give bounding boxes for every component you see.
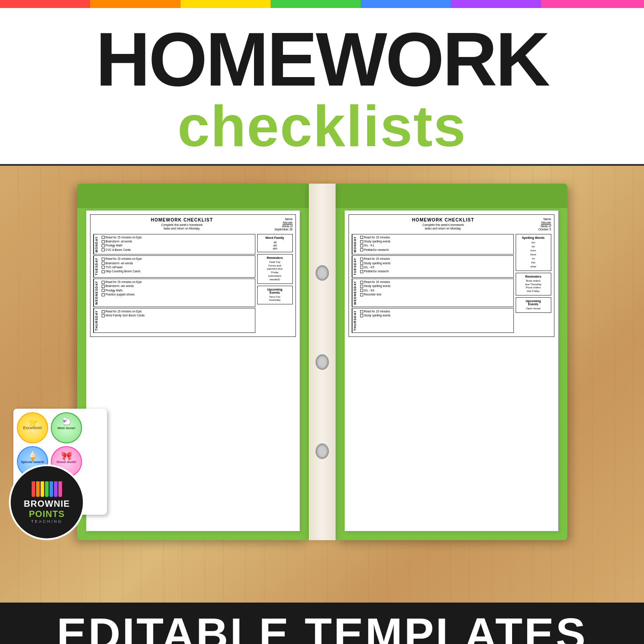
crayon-purple bbox=[54, 481, 57, 497]
checkbox bbox=[102, 293, 105, 296]
left-paper-inner: HOMEWORK CHECKLIST Complete this week's … bbox=[90, 214, 296, 337]
crayon-red bbox=[32, 481, 35, 497]
right-monday-tasks: Read for 15 minutes Study spelling words… bbox=[358, 234, 513, 254]
task-item: Read for 15 minutes on Epic bbox=[102, 236, 253, 239]
crayon-green bbox=[45, 481, 49, 497]
left-upcoming-text: Terry FoxAssembly bbox=[259, 295, 291, 303]
checkbox bbox=[360, 314, 363, 317]
right-tuesday-tasks: Read for 15 minutes Study spelling words… bbox=[358, 256, 513, 277]
checkbox bbox=[360, 262, 363, 265]
sticker-welldone: Well done! 🐑 bbox=[51, 412, 82, 443]
checkbox bbox=[360, 310, 363, 313]
checkbox bbox=[360, 240, 363, 243]
checkbox bbox=[102, 281, 105, 284]
left-thursday-tasks: Read for 15 minutes on Epic Word Family … bbox=[100, 308, 255, 332]
task-item: Study spelling words bbox=[360, 314, 512, 317]
right-monday-label: MONDAY bbox=[352, 234, 358, 254]
left-wednesday-tasks: Read for 15 minutes on Epic Brainstorm -… bbox=[100, 279, 255, 307]
task-item: Prodigy Math bbox=[102, 289, 253, 292]
task-item: Read for 15 minutes on Epic bbox=[102, 257, 253, 261]
checkbox bbox=[360, 258, 363, 261]
left-monday-tasks: Read for 15 minutes on Epic Brainstorm -… bbox=[100, 234, 255, 254]
task-item: Read for 15 minutes bbox=[360, 236, 512, 239]
right-reminders-title: Reminders bbox=[518, 275, 549, 278]
right-wednesday-tasks: Read for 15 minutes Study spelling words… bbox=[358, 279, 513, 307]
left-reminders-box: Reminders Field TripForms andpayment due… bbox=[257, 254, 293, 284]
ring-middle bbox=[316, 354, 329, 370]
checkbox bbox=[102, 289, 105, 292]
left-monday-label: MONDAY bbox=[94, 234, 100, 254]
task-item: Word Family Sort Boom Cards bbox=[102, 314, 253, 317]
header-checklists: checklists bbox=[9, 97, 635, 155]
left-tuesday-row: TUESDAY Read for 15 minutes on Epic Brai… bbox=[93, 255, 255, 278]
checkbox bbox=[102, 266, 105, 269]
checkbox bbox=[102, 310, 105, 313]
folder-spine bbox=[309, 184, 336, 540]
bottom-bar: EDITABLE TEMPLATES bbox=[0, 603, 644, 644]
logo-brownie: BROWNIE bbox=[24, 499, 70, 509]
task-item: Study spelling words bbox=[360, 240, 512, 243]
checkbox bbox=[360, 285, 363, 288]
folder-left: HOMEWORK CHECKLIST Complete this week's … bbox=[77, 184, 309, 540]
left-reminders-text: Field TripForms andpayment dueFriday(vol… bbox=[259, 261, 291, 282]
right-reminders-box: Reminders Book ordersdue ThursdayPizza o… bbox=[516, 273, 551, 295]
checkbox bbox=[360, 293, 363, 296]
folder-container: HOMEWORK CHECKLIST Complete this week's … bbox=[77, 184, 567, 540]
crayon-orange bbox=[36, 481, 40, 497]
task-item: Read for 15 minutes on Epic bbox=[102, 280, 253, 284]
left-sidebar: Word Family -at-an-am Reminders Field Tr… bbox=[257, 234, 293, 334]
task-item: CVC A Boom Cards bbox=[102, 248, 253, 252]
checkbox bbox=[102, 270, 105, 273]
right-days-section: MONDAY Read for 15 minutes Study spellin… bbox=[352, 234, 514, 334]
left-tuesday-tasks: Read for 15 minutes on Epic Brainstorm -… bbox=[100, 256, 255, 277]
right-name-label: Name Nicole bbox=[538, 217, 551, 225]
left-paper: HOMEWORK CHECKLIST Complete this week's … bbox=[86, 210, 300, 531]
right-tuesday-row: TUESDAY Read for 15 minutes Study spelli… bbox=[352, 255, 514, 278]
left-word-family-title: Word Family bbox=[259, 236, 291, 239]
checkbox bbox=[102, 240, 105, 243]
checkbox bbox=[360, 248, 363, 251]
left-word-family-items: -at-an-am bbox=[259, 241, 291, 250]
right-week-label: Week ofOctober 5 bbox=[538, 225, 551, 231]
right-reminders-text: Book ordersdue ThursdayPizza ordersdue F… bbox=[518, 279, 549, 293]
task-item: Prodigy Math bbox=[102, 244, 253, 247]
left-checklist-title: HOMEWORK CHECKLIST bbox=[93, 217, 271, 222]
left-upcoming-box: UpcomingEvents Terry FoxAssembly bbox=[257, 286, 293, 305]
left-thursday-row: THURSDAY Read for 15 minutes on Epic Wor… bbox=[93, 308, 255, 333]
right-thursday-label: THURSDAY bbox=[352, 308, 358, 332]
left-tuesday-label: TUESDAY bbox=[94, 256, 100, 277]
checkbox bbox=[360, 270, 363, 273]
task-item: Read for 15 minutes bbox=[360, 257, 512, 261]
left-monday-row: MONDAY Read for 15 minutes on Epic Brain… bbox=[93, 234, 255, 254]
right-spelling-items: amdofromhaveonthiswhat bbox=[518, 241, 549, 269]
rainbow-stripe bbox=[0, 0, 644, 8]
task-item: Read for 15 minutes on Epic bbox=[102, 310, 253, 313]
logo-crayons bbox=[32, 481, 62, 497]
checkbox bbox=[360, 244, 363, 247]
right-thursday-tasks: Read for 15 minutes Study spelling words bbox=[358, 308, 513, 332]
task-item: Brainstorm -at words bbox=[102, 240, 253, 243]
task-item: IXL - K1 bbox=[360, 244, 512, 247]
left-days-section: MONDAY Read for 15 minutes on Epic Brain… bbox=[93, 234, 255, 334]
left-wednesday-row: WEDNESDAY Read for 15 minutes on Epic Br… bbox=[93, 279, 255, 307]
right-wednesday-label: WEDNESDAY bbox=[352, 279, 358, 307]
task-item: Study spelling words bbox=[360, 284, 512, 288]
ring-bottom bbox=[316, 443, 329, 459]
left-name-label: Name Nicole bbox=[275, 217, 293, 225]
crayon-pink bbox=[58, 481, 62, 497]
task-item: Read for 15 minutes bbox=[360, 280, 512, 284]
left-wednesday-label: WEDNESDAY bbox=[94, 279, 100, 307]
checkbox bbox=[102, 262, 105, 265]
right-spelling-title: Spelling Words bbox=[518, 236, 549, 239]
right-checklist-title: HOMEWORK CHECKLIST bbox=[352, 217, 535, 222]
task-item: TVO mPower bbox=[102, 266, 253, 269]
main-content: Excellent! ⭐ Well done! 🐑 Special award!… bbox=[0, 166, 644, 603]
task-item: Practice puppet shows bbox=[102, 293, 253, 296]
checkbox bbox=[360, 266, 363, 269]
checkbox bbox=[102, 248, 105, 251]
left-upcoming-title: UpcomingEvents bbox=[259, 288, 291, 294]
bottom-text: EDITABLE TEMPLATES bbox=[57, 608, 587, 644]
sticker-excellent: Excellent! ⭐ bbox=[17, 412, 48, 443]
task-item: Brainstorm -am words bbox=[102, 284, 253, 288]
right-sidebar: Spelling Words amdofromhaveonthiswhat Re… bbox=[516, 234, 551, 334]
